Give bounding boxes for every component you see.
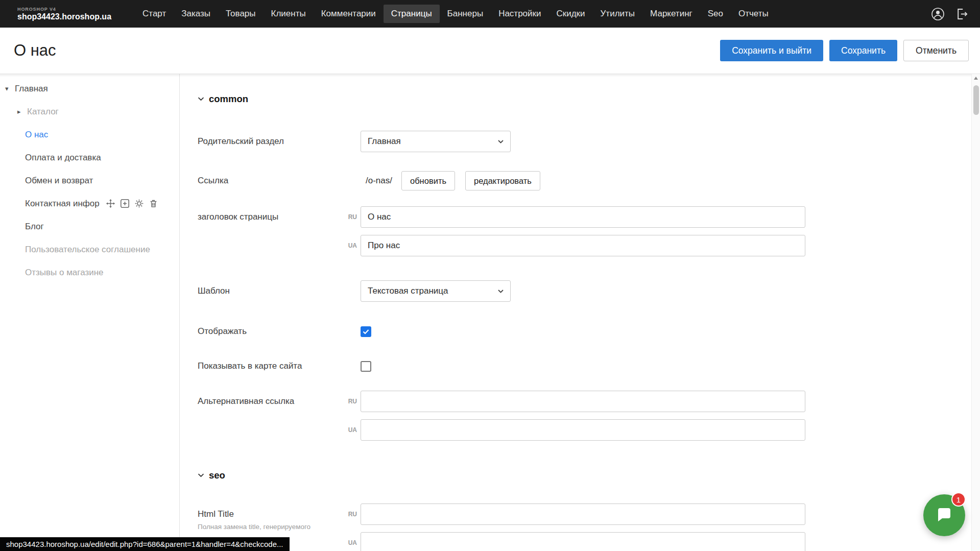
field-template: Шаблон Текстовая страница [198, 280, 980, 302]
chevron-down-icon[interactable]: ▾ [5, 85, 13, 92]
trash-icon[interactable] [149, 199, 158, 208]
nav-item-utilities[interactable]: Утилиты [593, 5, 643, 23]
refresh-link-button[interactable]: обновить [401, 171, 455, 190]
nav-item-seo[interactable]: Seo [700, 5, 731, 23]
cancel-button[interactable]: Отменить [903, 40, 969, 61]
sidebar-item-label: Отзывы о магазине [25, 268, 104, 278]
field-label: Отображать [198, 326, 342, 337]
field-alt-link: Альтернативная ссылка RU UA [198, 391, 980, 441]
sitemap-checkbox[interactable] [361, 361, 371, 372]
chat-unread-badge: 1 [951, 492, 966, 507]
field-html-title: Html Title Полная замена title, генериру… [198, 504, 980, 551]
html-title-ru-input[interactable] [361, 504, 805, 525]
field-label: Html Title [198, 509, 342, 520]
nav-item-orders[interactable]: Заказы [174, 5, 218, 23]
sidebar-item-payment-delivery[interactable]: Оплата и доставка [0, 146, 179, 169]
caret-down-icon [498, 140, 504, 143]
field-label: заголовок страницы [198, 206, 342, 223]
nav-item-comments[interactable]: Комментарии [314, 5, 384, 23]
sidebar-item-label: Контактная инфор [25, 199, 100, 209]
edit-link-button[interactable]: редактировать [465, 171, 540, 190]
logout-icon[interactable] [955, 7, 969, 21]
field-show-in-sitemap: Показывать в карте сайта [198, 361, 980, 372]
check-icon [363, 329, 369, 334]
pages-tree-sidebar: ▾ Главная ▸ Каталог О нас Оплата и доста… [0, 74, 180, 551]
field-label: Родительский раздел [198, 136, 342, 147]
select-value: Текстовая страница [368, 286, 448, 296]
brand[interactable]: HOROSHOP V4 shop34423.horoshop.ua [17, 7, 111, 21]
header-actions: Сохранить и выйти Сохранить Отменить [720, 40, 969, 61]
page-edit-form: common Родительский раздел Главная Ссылк… [180, 74, 980, 551]
save-and-exit-button[interactable]: Сохранить и выйти [720, 40, 823, 61]
field-page-title: заголовок страницы RU UA [198, 206, 980, 256]
field-label-block: Html Title Полная замена title, генериру… [198, 504, 342, 531]
chat-launcher-button[interactable]: 1 [923, 494, 965, 536]
nav-item-settings[interactable]: Настройки [491, 5, 548, 23]
field-label: Шаблон [198, 285, 342, 297]
field-parent-section: Родительский раздел Главная [198, 131, 980, 152]
html-title-ua-input[interactable] [361, 532, 805, 551]
sidebar-item-label: Оплата и доставка [25, 153, 101, 163]
sidebar-item-label: Обмен и возврат [25, 176, 93, 186]
nav-item-discounts[interactable]: Скидки [548, 5, 592, 23]
sidebar-item-label: Блог [25, 222, 44, 232]
vertical-scrollbar[interactable] [971, 74, 980, 551]
field-display: Отображать [198, 326, 980, 337]
lang-ru-badge: RU [342, 511, 357, 518]
chevron-down-icon [198, 473, 204, 477]
nav-item-clients[interactable]: Клиенты [264, 5, 314, 23]
nav-item-start[interactable]: Старт [135, 5, 174, 23]
workspace: ▾ Главная ▸ Каталог О нас Оплата и доста… [0, 74, 980, 551]
field-label: Показывать в карте сайта [198, 361, 342, 372]
parent-section-select[interactable]: Главная [361, 131, 511, 152]
alt-link-ua-input[interactable] [361, 419, 805, 441]
account-icon[interactable] [931, 7, 945, 21]
save-button[interactable]: Сохранить [829, 40, 897, 61]
add-page-icon[interactable] [120, 199, 130, 208]
status-url: shop34423.horoshop.ua/edit/edit.php?id=6… [6, 540, 283, 548]
sidebar-item-exchange-return[interactable]: Обмен и возврат [0, 169, 179, 192]
sidebar-item-catalog[interactable]: ▸ Каталог [0, 100, 179, 123]
section-common[interactable]: common [198, 93, 980, 105]
scroll-up-arrow-icon[interactable] [972, 74, 980, 83]
page-title-ru-input[interactable] [361, 206, 805, 228]
top-navbar: HOROSHOP V4 shop34423.horoshop.ua Старт … [0, 0, 980, 28]
lang-ru-badge: RU [342, 213, 357, 221]
nav-item-reports[interactable]: Отчеты [731, 5, 776, 23]
brand-domain: shop34423.horoshop.ua [17, 12, 111, 21]
lang-ua-badge: UA [342, 242, 357, 249]
move-icon[interactable] [106, 199, 115, 208]
sidebar-item-label: Каталог [27, 107, 59, 117]
section-title: seo [209, 470, 225, 481]
sidebar-item-home[interactable]: ▾ Главная [0, 77, 179, 100]
field-label: Альтернативная ссылка [198, 391, 342, 407]
chevron-right-icon[interactable]: ▸ [17, 108, 26, 115]
lang-ua-badge: UA [342, 426, 357, 434]
sidebar-item-contact-info[interactable]: Контактная инфор [0, 192, 179, 215]
sidebar-item-user-agreement[interactable]: Пользовательское соглашение [0, 238, 179, 261]
nav-item-pages[interactable]: Страницы [384, 5, 440, 23]
section-title: common [209, 93, 248, 105]
template-select[interactable]: Текстовая страница [361, 280, 511, 302]
sidebar-item-label: Пользовательское соглашение [25, 245, 150, 255]
sidebar-item-store-reviews[interactable]: Отзывы о магазине [0, 261, 179, 284]
gear-icon[interactable] [134, 199, 144, 208]
lang-ru-badge: RU [342, 398, 357, 405]
display-checkbox[interactable] [361, 326, 371, 337]
field-hint: Полная замена title, генерируемого [198, 523, 342, 531]
lang-ua-badge: UA [342, 539, 357, 546]
page-title-ua-input[interactable] [361, 235, 805, 256]
nav-item-products[interactable]: Товары [218, 5, 263, 23]
nav-item-banners[interactable]: Баннеры [440, 5, 491, 23]
nav-item-marketing[interactable]: Маркетинг [642, 5, 700, 23]
page-title: О нас [14, 41, 56, 60]
sidebar-item-label: О нас [25, 130, 48, 140]
nav-menu: Старт Заказы Товары Клиенты Комментарии … [135, 5, 776, 23]
sidebar-item-about[interactable]: О нас [0, 123, 179, 146]
sidebar-item-blog[interactable]: Блог [0, 215, 179, 238]
field-label: Ссылка [198, 175, 342, 186]
section-seo[interactable]: seo [198, 470, 980, 481]
field-link: Ссылка /o-nas/ обновить редактировать [198, 171, 980, 190]
scrollbar-thumb[interactable] [973, 85, 979, 115]
alt-link-ru-input[interactable] [361, 391, 805, 412]
